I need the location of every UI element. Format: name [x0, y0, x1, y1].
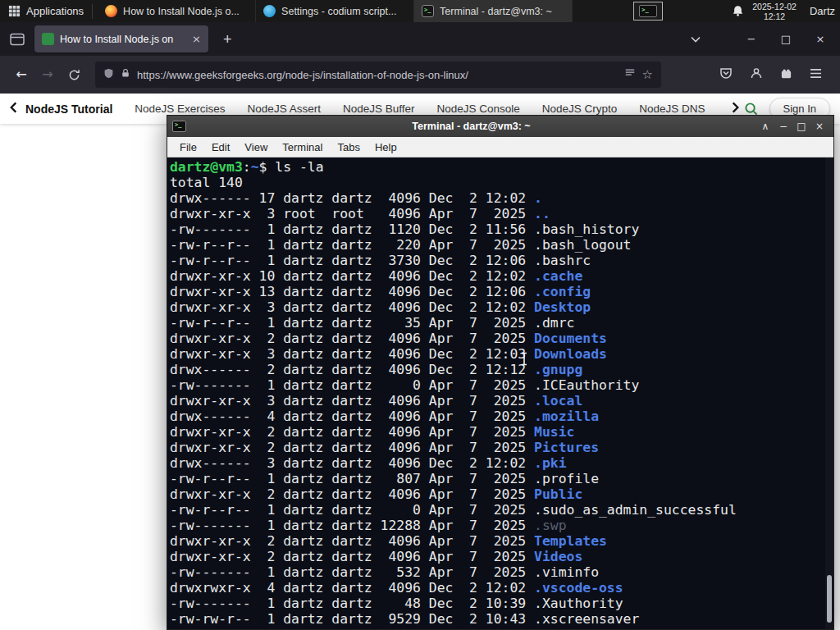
- terminal-file-line: -rw------- 1 dartz dartz 48 Dec 2 10:39 …: [170, 596, 833, 611]
- site-nav-scroll-left-icon[interactable]: [10, 102, 17, 116]
- terminal-body[interactable]: dartz@vm3:~$ ls -latotal 140drwx------ 1…: [167, 158, 833, 629]
- new-tab-button[interactable]: +: [215, 32, 240, 47]
- taskbar-button-terminal[interactable]: Terminal - dartz@vm3: ~: [414, 0, 573, 22]
- forward-button[interactable]: →: [34, 68, 61, 81]
- terminal-file-line: drwx------ 2 dartz dartz 4096 Dec 2 12:1…: [170, 362, 833, 377]
- taskbar-button-codium[interactable]: Settings - codium script...: [256, 0, 414, 22]
- terminal-menu-terminal[interactable]: Terminal: [275, 141, 330, 153]
- file-meta: -rw-r--r-- 1 dartz dartz 220 Apr 7 2025: [170, 237, 534, 253]
- site-nav-item[interactable]: NodeJS Tutorial: [25, 103, 112, 116]
- terminal-file-line: drwx------ 4 dartz dartz 4096 Apr 7 2025…: [170, 409, 833, 424]
- file-name: Music: [534, 424, 574, 440]
- file-meta: drwx------ 4 dartz dartz 4096 Apr 7 2025: [170, 409, 534, 424]
- file-name: .Xauthority: [534, 596, 623, 611]
- browser-toolbar: ← → https://www.geeksforgeeks.org/node-j…: [0, 56, 840, 94]
- file-name: .xscreensaver: [534, 611, 639, 627]
- menu-hamburger-icon[interactable]: [810, 67, 822, 82]
- site-nav-item[interactable]: NodeJS Exercises: [135, 103, 225, 115]
- terminal-scrollbar[interactable]: [825, 158, 833, 629]
- file-meta: -rw------- 1 dartz dartz 48 Dec 2 10:39: [170, 596, 534, 611]
- file-name: .mozilla: [534, 409, 599, 424]
- notifications-bell-icon[interactable]: [732, 5, 744, 17]
- terminal-menu-help[interactable]: Help: [368, 141, 404, 153]
- terminal-file-line: drwxr-xr-x 3 dartz dartz 4096 Apr 7 2025…: [170, 393, 833, 409]
- terminal-menu-file[interactable]: File: [172, 141, 204, 153]
- list-all-tabs-chevron-icon[interactable]: [691, 36, 701, 43]
- reload-button[interactable]: [61, 69, 87, 81]
- file-name: .ICEauthority: [534, 377, 639, 393]
- clock-time: 12:12: [752, 11, 797, 21]
- terminal-file-line: -rw-r--r-- 1 dartz dartz 220 Apr 7 2025 …: [170, 237, 833, 253]
- window-maximize-button[interactable]: □: [776, 33, 796, 45]
- terminal-file-line: -rw-r--r-- 1 dartz dartz 35 Apr 7 2025 .…: [170, 315, 833, 331]
- geeksforgeeks-favicon: [42, 33, 54, 45]
- site-nav-item[interactable]: NodeJS Console: [436, 103, 519, 115]
- file-name: .cache: [534, 268, 582, 284]
- pocket-icon[interactable]: [719, 66, 733, 83]
- site-security-lock-icon[interactable]: [121, 67, 130, 82]
- site-nav-scroll-right-icon[interactable]: [732, 102, 739, 116]
- terminal-minimize-button[interactable]: −: [774, 121, 792, 132]
- terminal-close-button[interactable]: ×: [810, 121, 829, 132]
- file-meta: drwx------ 2 dartz dartz 4096 Dec 2 12:1…: [170, 362, 534, 377]
- applications-label: Applications: [26, 5, 84, 17]
- terminal-menu-tabs[interactable]: Tabs: [330, 141, 367, 153]
- file-name: .sudo_as_admin_successful: [534, 502, 737, 518]
- terminal-shade-button[interactable]: ∧: [756, 121, 774, 132]
- file-meta: -rw------- 1 dartz dartz 12288 Apr 7 202…: [170, 518, 534, 533]
- file-name: Downloads: [534, 346, 607, 362]
- terminal-command-line: dartz@vm3:~$ ls -la: [170, 159, 833, 175]
- terminal-maximize-button[interactable]: □: [792, 121, 810, 132]
- terminal-window-buttons: ∧ − □ ×: [756, 121, 829, 132]
- clock[interactable]: 2025-12-02 12:12: [752, 2, 797, 21]
- applications-menu-button[interactable]: Applications: [3, 0, 92, 22]
- bookmark-star-icon[interactable]: ☆: [642, 69, 653, 81]
- tab-close-icon[interactable]: ×: [190, 33, 201, 45]
- terminal-app-icon: [172, 121, 186, 132]
- reader-view-icon[interactable]: [624, 67, 636, 82]
- url-bar[interactable]: https://www.geeksforgeeks.org/node-js/in…: [95, 62, 661, 88]
- file-name: .local: [534, 393, 582, 409]
- browser-tab[interactable]: How to Install Node.js on ×: [34, 25, 208, 52]
- terminal-file-line: drwxr-xr-x 2 dartz dartz 4096 Apr 7 2025…: [170, 331, 833, 346]
- terminal-menu-view[interactable]: View: [237, 141, 275, 153]
- search-icon[interactable]: [744, 102, 758, 116]
- prompt-symbol: $: [259, 159, 276, 175]
- window-minimize-button[interactable]: −: [742, 33, 761, 45]
- extensions-puzzle-icon[interactable]: [780, 67, 792, 83]
- terminal-file-line: drwxr-xr-x 2 dartz dartz 4096 Apr 7 2025…: [170, 533, 833, 549]
- file-name: ..: [534, 206, 550, 221]
- file-meta: -rw-r--r-- 1 dartz dartz 3730 Dec 2 12:0…: [170, 253, 534, 268]
- terminal-file-line: -rw-rw-r-- 1 dartz dartz 9529 Dec 2 10:4…: [170, 611, 833, 627]
- terminal-menu-edit[interactable]: Edit: [204, 141, 237, 153]
- terminal-file-line: -rw-r--r-- 1 dartz dartz 0 Apr 7 2025 .s…: [170, 502, 833, 518]
- file-name: .bashrc: [534, 253, 591, 268]
- site-nav-item[interactable]: NodeJS Assert: [248, 103, 321, 115]
- terminal-file-line: -rw-r--r-- 1 dartz dartz 807 Apr 7 2025 …: [170, 471, 833, 486]
- account-icon[interactable]: [750, 66, 763, 83]
- terminal-file-line: -rw------- 1 dartz dartz 1120 Dec 2 11:5…: [170, 221, 833, 237]
- back-button[interactable]: ←: [8, 68, 34, 81]
- panel-separator: [92, 4, 93, 19]
- taskbar-button-firefox[interactable]: How to Install Node.js o...: [98, 0, 256, 22]
- site-nav-item[interactable]: NodeJS Buffer: [343, 103, 415, 115]
- file-name: .: [534, 190, 542, 206]
- top-panel: Applications How to Install Node.js o...…: [0, 0, 840, 22]
- site-nav-item[interactable]: NodeJS Crypto: [542, 103, 618, 115]
- tray-terminal-icon[interactable]: [633, 2, 663, 21]
- terminal-icon: [422, 5, 434, 17]
- terminal-titlebar[interactable]: Terminal - dartz@vm3: ~ ∧ − □ ×: [167, 116, 833, 137]
- tracking-protection-shield-icon[interactable]: [103, 67, 114, 83]
- firefox-view-icon[interactable]: [10, 33, 25, 46]
- terminal-file-line: drwxr-xr-x 13 dartz dartz 4096 Dec 2 12:…: [170, 284, 833, 299]
- file-meta: drwxr-xr-x 13 dartz dartz 4096 Dec 2 12:…: [170, 284, 534, 299]
- file-meta: drwxr-xr-x 3 dartz dartz 4096 Apr 7 2025: [170, 393, 534, 409]
- file-meta: -rw-r--r-- 1 dartz dartz 35 Apr 7 2025: [170, 315, 534, 331]
- mouse-cursor: [520, 352, 528, 366]
- file-name: .profile: [534, 471, 599, 486]
- prompt-user-host: dartz@vm3: [170, 159, 243, 175]
- terminal-scrollbar-thumb[interactable]: [827, 575, 832, 623]
- site-nav-item[interactable]: NodeJS DNS: [639, 103, 705, 115]
- window-close-button[interactable]: ×: [810, 33, 830, 45]
- tab-title: How to Install Node.js on: [60, 34, 185, 45]
